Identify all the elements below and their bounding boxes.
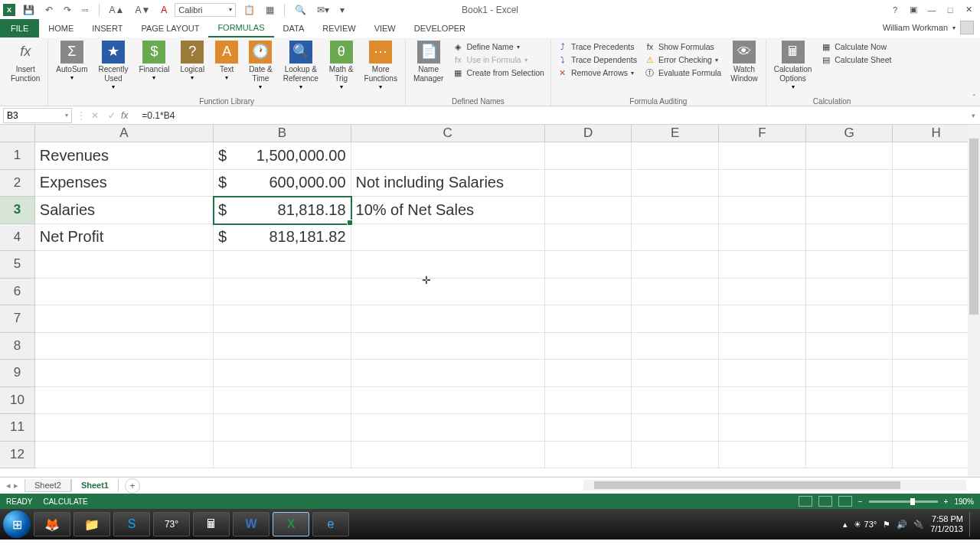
font-size-down-icon[interactable]: A▼	[132, 3, 153, 17]
trace-dependents-button[interactable]: ⤵Trace Dependents	[554, 54, 640, 66]
use-in-formula-button[interactable]: fxUse in Formula ▾	[449, 54, 547, 66]
cell[interactable]	[351, 414, 545, 442]
row-header-6[interactable]: 6	[0, 279, 35, 306]
fx-icon[interactable]: fx	[121, 110, 128, 121]
cell[interactable]	[214, 305, 351, 333]
cell[interactable]	[632, 442, 719, 469]
col-header-g[interactable]: G	[806, 125, 893, 142]
tab-home[interactable]: HOME	[39, 19, 83, 37]
zoom-out-icon[interactable]: −	[858, 497, 863, 506]
qat-paste-icon[interactable]: 📋	[240, 3, 258, 17]
cell[interactable]	[719, 305, 806, 333]
financial-button[interactable]: $Financial▾	[134, 39, 174, 96]
cell[interactable]	[719, 251, 806, 279]
view-page-break-icon[interactable]	[838, 496, 852, 507]
cell[interactable]	[893, 333, 980, 360]
cell[interactable]	[35, 442, 214, 469]
cell[interactable]	[719, 333, 806, 360]
cell[interactable]	[806, 251, 893, 279]
view-page-layout-icon[interactable]	[818, 496, 832, 507]
col-header-f[interactable]: F	[719, 125, 806, 142]
show-formulas-button[interactable]: fxShow Formulas	[642, 41, 724, 53]
qat-save-icon[interactable]: 💾	[20, 3, 38, 17]
qat-print-preview-icon[interactable]: 🔍	[292, 3, 309, 17]
cell[interactable]	[632, 360, 719, 387]
cell[interactable]	[893, 442, 980, 469]
cell[interactable]	[806, 305, 893, 333]
cell[interactable]	[545, 224, 632, 252]
font-color-icon[interactable]: A	[158, 3, 170, 17]
tray-volume-icon[interactable]: 🔊	[897, 520, 907, 530]
cell-a3[interactable]: Salaries	[35, 197, 214, 224]
cell-b1[interactable]: $1,500,000.00	[214, 142, 351, 170]
taskbar-excel-icon[interactable]: X	[273, 512, 309, 536]
cell[interactable]	[893, 251, 980, 279]
minimize-button[interactable]: —	[923, 3, 940, 17]
cell[interactable]	[545, 414, 632, 442]
create-from-selection-button[interactable]: ▦Create from Selection	[449, 67, 547, 79]
taskbar-weather-icon[interactable]: 73°	[153, 512, 190, 536]
col-header-b[interactable]: B	[214, 125, 351, 142]
horizontal-scrollbar[interactable]	[583, 480, 966, 491]
math-trig-button[interactable]: θMath & Trig▾	[325, 39, 358, 96]
cell[interactable]	[632, 224, 719, 252]
cell[interactable]	[214, 333, 351, 360]
watch-window-button[interactable]: 👁Watch Window	[726, 39, 763, 96]
row-header-5[interactable]: 5	[0, 251, 35, 279]
tab-developer[interactable]: DEVELOPER	[405, 19, 475, 37]
maximize-button[interactable]: □	[942, 3, 959, 17]
cell[interactable]	[545, 279, 632, 306]
cell[interactable]	[35, 414, 214, 442]
zoom-slider[interactable]	[869, 500, 938, 503]
col-header-h[interactable]: H	[893, 125, 980, 142]
select-all-corner[interactable]	[0, 125, 35, 142]
recently-used-button[interactable]: ★Recently Used▾	[94, 39, 133, 96]
tab-formulas[interactable]: FORMULAS	[208, 19, 273, 37]
cell-c2[interactable]: Not including Salaries	[351, 170, 545, 197]
ribbon-display-icon[interactable]: ▣	[905, 3, 922, 17]
font-selector[interactable]: Calibri▾	[175, 3, 236, 17]
cell-b4[interactable]: $818,181.82	[214, 224, 351, 252]
name-manager-button[interactable]: 📄Name Manager	[409, 39, 448, 96]
cell[interactable]	[806, 142, 893, 170]
cell-a1[interactable]: Revenues	[35, 142, 214, 170]
add-sheet-button[interactable]: +	[125, 478, 140, 494]
expand-formula-bar-icon[interactable]: ▾	[966, 112, 980, 119]
col-header-c[interactable]: C	[351, 125, 545, 142]
autosum-button[interactable]: ΣAutoSum▾	[51, 39, 92, 96]
start-button[interactable]: ⊞	[3, 510, 31, 538]
cell[interactable]	[719, 442, 806, 469]
taskbar-ie-icon[interactable]: e	[312, 512, 349, 536]
taskbar-firefox-icon[interactable]: 🦊	[34, 512, 70, 536]
taskbar-word-icon[interactable]: W	[233, 512, 270, 536]
cell[interactable]	[545, 170, 632, 197]
cell-a2[interactable]: Expenses	[35, 170, 214, 197]
tray-up-icon[interactable]: ▴	[843, 520, 848, 530]
define-name-button[interactable]: ◈Define Name ▾	[449, 41, 547, 53]
tab-review[interactable]: REVIEW	[313, 19, 364, 37]
cell[interactable]	[351, 305, 545, 333]
cell[interactable]	[351, 360, 545, 387]
row-header-9[interactable]: 9	[0, 360, 35, 387]
col-header-a[interactable]: A	[35, 125, 214, 142]
error-checking-button[interactable]: ⚠Error Checking ▾	[642, 54, 724, 66]
taskbar-skype-icon[interactable]: S	[113, 512, 150, 536]
cell[interactable]	[545, 251, 632, 279]
cell[interactable]	[351, 442, 545, 469]
tray-network-icon[interactable]: 🔌	[913, 520, 924, 530]
sheet-tab-sheet1[interactable]: Sheet1	[71, 479, 119, 492]
row-header-11[interactable]: 11	[0, 414, 35, 442]
cell[interactable]	[35, 333, 214, 360]
zoom-level[interactable]: 190%	[954, 497, 974, 506]
cell[interactable]	[806, 333, 893, 360]
cell[interactable]	[632, 387, 719, 415]
cell[interactable]	[719, 197, 806, 224]
qat-undo-icon[interactable]: ↶	[42, 3, 56, 17]
cell[interactable]	[214, 251, 351, 279]
cell[interactable]	[214, 360, 351, 387]
row-header-1[interactable]: 1	[0, 142, 35, 170]
cell[interactable]	[719, 387, 806, 415]
cell[interactable]	[806, 387, 893, 415]
cancel-formula-icon[interactable]: ✕	[87, 109, 103, 122]
enter-formula-icon[interactable]: ✓	[104, 109, 119, 122]
